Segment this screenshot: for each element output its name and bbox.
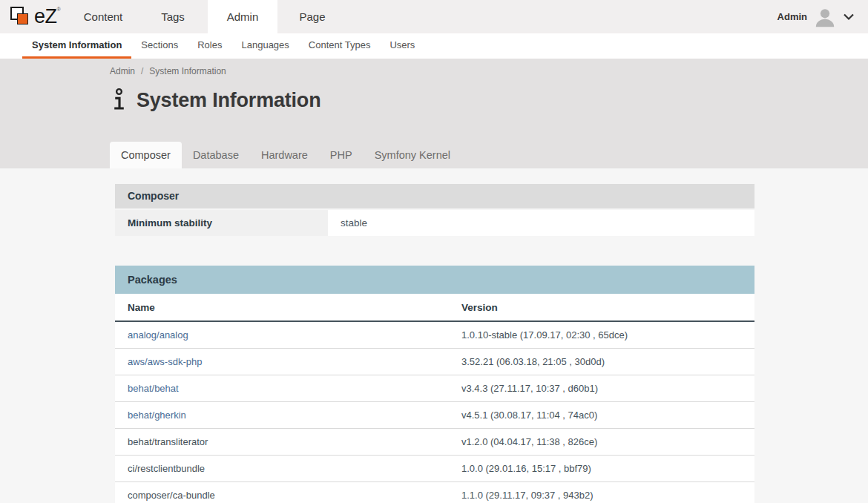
subnav-item[interactable]: Languages: [231, 33, 298, 59]
package-version: 1.1.0 (29.11.17, 09:37 , 943b2): [461, 482, 754, 503]
table-row: aws/aws-sdk-php 3.52.21 (06.03.18, 21:05…: [115, 349, 754, 375]
table-row: composer/ca-bundle 1.1.0 (29.11.17, 09:3…: [115, 482, 754, 503]
tab[interactable]: Composer: [110, 142, 182, 168]
package-version: 1.0.10-stable (17.09.17, 02:30 , 65dce): [461, 322, 754, 348]
subnav-item[interactable]: System Information: [22, 33, 131, 59]
subnav-item[interactable]: Sections: [131, 33, 188, 59]
package-name: composer/ca-bundle: [115, 482, 461, 503]
breadcrumb-parent[interactable]: Admin: [110, 66, 135, 76]
package-name[interactable]: behat/behat: [115, 375, 461, 401]
table-row: analog/analog 1.0.10-stable (17.09.17, 0…: [115, 322, 754, 349]
column-header-name: Name: [115, 294, 461, 320]
table-row: Minimum stability stable: [115, 210, 754, 236]
composer-section: Composer Minimum stability stable: [115, 168, 754, 236]
composer-row-label: Minimum stability: [115, 210, 328, 236]
package-name[interactable]: behat/gherkin: [115, 402, 461, 428]
system-info-tabs: Composer Database Hardware PHP Symfony K…: [110, 142, 868, 168]
content-area: Composer Minimum stability stable Packag…: [0, 168, 868, 503]
breadcrumb: Admin/System Information: [110, 66, 868, 76]
composer-row-value: stable: [328, 210, 754, 236]
package-version: v3.4.3 (27.11.17, 10:37 , d60b1): [461, 375, 754, 401]
subnav-item[interactable]: Content Types: [299, 33, 381, 59]
packages-section: Packages Name Version analog/analog 1.0.…: [115, 266, 754, 503]
top-bar: eZ® Content Tags Admin Page Admin: [0, 0, 868, 33]
chevron-down-icon[interactable]: [843, 13, 855, 21]
table-row: behat/gherkin v4.5.1 (30.08.17, 11:04 , …: [115, 402, 754, 429]
user-name: Admin: [777, 11, 807, 22]
main-nav: Content Tags Admin Page: [68, 0, 347, 33]
package-version: 1.0.0 (29.01.16, 15:17 , bbf79): [461, 456, 754, 481]
package-name[interactable]: aws/aws-sdk-php: [115, 349, 461, 375]
info-icon: [111, 88, 127, 113]
main-nav-item[interactable]: Page: [277, 0, 347, 33]
tab[interactable]: Hardware: [250, 142, 319, 168]
user-avatar-icon: [814, 7, 836, 27]
table-row: behat/behat v3.4.3 (27.11.17, 10:37 , d6…: [115, 375, 754, 402]
ez-logo[interactable]: eZ®: [0, 0, 68, 33]
package-name: ci/restclientbundle: [115, 456, 461, 481]
subnav-item[interactable]: Users: [380, 33, 424, 59]
admin-subnav: System Information Sections Roles Langua…: [0, 33, 868, 59]
package-version: 3.52.21 (06.03.18, 21:05 , 30d0d): [461, 349, 754, 375]
breadcrumb-current: System Information: [149, 66, 226, 76]
table-row: ci/restclientbundle 1.0.0 (29.01.16, 15:…: [115, 456, 754, 482]
package-version: v1.2.0 (04.04.17, 11:38 , 826ce): [461, 429, 754, 455]
package-version: v4.5.1 (30.08.17, 11:04 , 74ac0): [461, 402, 754, 428]
page-title-block: System Information: [111, 88, 868, 113]
main-nav-item[interactable]: Content: [68, 0, 138, 33]
breadcrumb-separator: /: [141, 66, 143, 76]
tab[interactable]: Symfony Kernel: [364, 142, 461, 168]
page-header-band: Admin/System Information System Informat…: [0, 59, 868, 168]
user-menu[interactable]: Admin: [777, 0, 868, 33]
registered-mark: ®: [57, 7, 61, 12]
tab[interactable]: PHP: [319, 142, 364, 168]
package-name: behat/transliterator: [115, 429, 461, 455]
column-header-version: Version: [461, 294, 754, 320]
tab[interactable]: Database: [182, 142, 250, 168]
packages-section-header: Packages: [115, 266, 754, 294]
composer-section-header: Composer: [115, 184, 754, 208]
ez-logo-icon: [10, 4, 34, 30]
logo-square-front: [17, 13, 28, 24]
logo-text: eZ®: [34, 5, 60, 28]
packages-rows: analog/analog 1.0.10-stable (17.09.17, 0…: [115, 322, 754, 503]
subnav-item[interactable]: Roles: [188, 33, 231, 59]
packages-column-header: Name Version: [115, 294, 754, 322]
package-name[interactable]: analog/analog: [115, 322, 461, 348]
table-row: behat/transliterator v1.2.0 (04.04.17, 1…: [115, 429, 754, 456]
main-nav-item[interactable]: Tags: [138, 0, 208, 33]
main-nav-item[interactable]: Admin: [208, 0, 277, 33]
page-title: System Information: [137, 89, 320, 112]
